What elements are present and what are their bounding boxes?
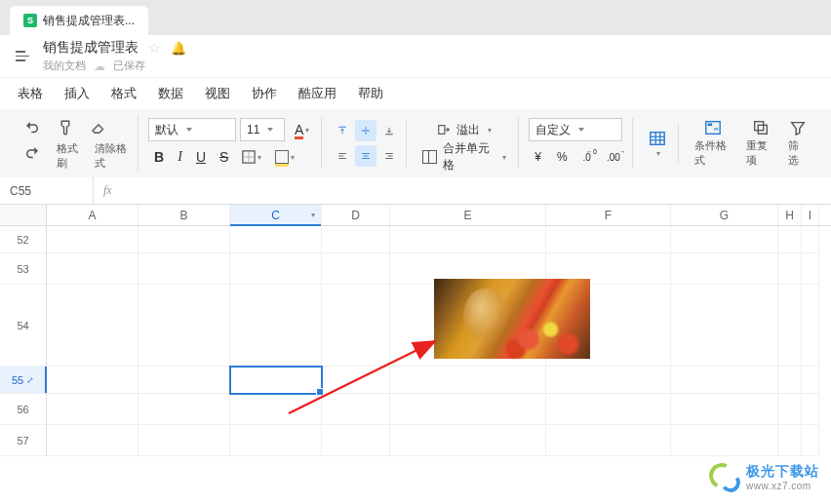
grid-cell[interactable] xyxy=(778,253,802,285)
row-header[interactable]: 54 xyxy=(0,285,47,367)
grid-cell[interactable] xyxy=(390,226,546,253)
font-color-button[interactable]: A ▾ xyxy=(289,118,315,141)
column-header[interactable]: E xyxy=(390,205,546,225)
column-header[interactable]: G xyxy=(671,205,778,225)
grid-cell[interactable] xyxy=(671,285,778,367)
column-header[interactable]: C▾ xyxy=(230,205,322,225)
menu-coolapp[interactable]: 酷应用 xyxy=(298,85,336,102)
currency-button[interactable]: ¥ xyxy=(529,145,547,169)
menu-toggle-icon[interactable] xyxy=(12,47,33,65)
grid-cell[interactable] xyxy=(390,367,546,394)
grid-cell[interactable] xyxy=(546,226,671,253)
grid-cell[interactable] xyxy=(671,367,778,394)
row-header[interactable]: 55⤢ xyxy=(0,367,47,394)
embedded-image[interactable] xyxy=(434,279,590,359)
valign-top-button[interactable] xyxy=(332,120,353,141)
bell-icon[interactable]: 🔔 xyxy=(171,41,186,56)
merge-cells-button[interactable]: 合并单元格 ▾ xyxy=(416,145,512,169)
overflow-button[interactable]: 溢出 ▾ xyxy=(416,118,512,141)
select-all-corner[interactable] xyxy=(0,205,47,225)
filter-button[interactable]: 筛选 xyxy=(782,115,813,172)
grid-cell[interactable] xyxy=(671,253,778,285)
grid-cell[interactable] xyxy=(47,394,138,425)
grid-cell[interactable] xyxy=(138,367,230,394)
decimal-inc-button[interactable]: .0←0 xyxy=(577,145,597,169)
grid-cell[interactable] xyxy=(230,425,322,456)
expand-row-icon[interactable]: ⤢ xyxy=(26,375,34,385)
menu-data[interactable]: 数据 xyxy=(158,85,183,102)
menu-view[interactable]: 视图 xyxy=(205,85,230,102)
number-format-select[interactable]: 自定义 xyxy=(529,118,622,141)
grid-cell[interactable] xyxy=(546,394,671,425)
grid-cell[interactable] xyxy=(322,285,390,367)
grid-cell[interactable] xyxy=(138,226,230,253)
grid-cell[interactable] xyxy=(230,226,322,253)
font-size-select[interactable]: 11 xyxy=(240,118,285,141)
menu-format[interactable]: 格式 xyxy=(111,85,137,102)
grid-cell[interactable] xyxy=(322,425,390,456)
grid-cell[interactable] xyxy=(322,226,390,253)
underline-button[interactable]: U xyxy=(190,145,212,169)
align-left-button[interactable] xyxy=(332,145,353,167)
grid-cell[interactable] xyxy=(778,394,802,425)
cell-reference-input[interactable]: C55 xyxy=(0,177,94,204)
redo-button[interactable] xyxy=(18,141,47,165)
grid-cell[interactable] xyxy=(322,367,390,394)
column-header[interactable]: F xyxy=(546,205,671,225)
grid-cell[interactable] xyxy=(802,367,819,394)
grid-cell[interactable] xyxy=(802,394,819,425)
grid-cell[interactable] xyxy=(138,285,230,367)
format-painter-button[interactable] xyxy=(51,116,80,139)
font-family-select[interactable]: 默认 xyxy=(148,118,236,141)
grid-cell[interactable] xyxy=(47,425,138,456)
breadcrumb[interactable]: 我的文档 xyxy=(43,58,86,73)
menu-help[interactable]: 帮助 xyxy=(358,85,383,102)
column-header[interactable]: I xyxy=(802,205,819,225)
grid-cell[interactable] xyxy=(802,253,819,285)
grid-cell[interactable] xyxy=(546,367,671,394)
row-header[interactable]: 57 xyxy=(0,425,47,456)
align-center-button[interactable] xyxy=(355,145,376,167)
grid-cell[interactable] xyxy=(47,367,138,394)
grid-cell[interactable] xyxy=(390,425,546,456)
grid-cell[interactable] xyxy=(47,226,138,253)
grid-cell[interactable] xyxy=(546,425,671,456)
bold-button[interactable]: B xyxy=(148,145,170,169)
border-button[interactable]: ▾ xyxy=(236,145,267,169)
grid-cell[interactable] xyxy=(802,425,819,456)
undo-button[interactable] xyxy=(18,116,47,139)
star-icon[interactable]: ☆ xyxy=(148,40,161,56)
grid-cell[interactable] xyxy=(778,367,802,394)
valign-mid-button[interactable] xyxy=(355,120,376,141)
grid-cell[interactable] xyxy=(138,394,230,425)
fx-icon[interactable]: fx xyxy=(94,183,122,198)
grid-cell[interactable] xyxy=(138,253,230,285)
grid-cell[interactable] xyxy=(230,367,322,394)
grid-cell[interactable] xyxy=(322,253,390,285)
menu-collab[interactable]: 协作 xyxy=(252,85,277,102)
column-header[interactable]: B xyxy=(138,205,230,225)
grid-cell[interactable] xyxy=(778,285,802,367)
grid-cell[interactable] xyxy=(778,425,802,456)
decimal-dec-button[interactable]: .00→ xyxy=(601,145,626,169)
grid-cell[interactable] xyxy=(778,226,802,253)
document-tab[interactable]: S 销售提成管理表... xyxy=(10,6,148,35)
grid-cell[interactable] xyxy=(802,285,819,367)
column-header[interactable]: D xyxy=(322,205,390,225)
column-dropdown-icon[interactable]: ▾ xyxy=(311,211,315,219)
grid-cell[interactable] xyxy=(671,425,778,456)
strike-button[interactable]: S xyxy=(214,145,234,169)
menu-table[interactable]: 表格 xyxy=(18,85,43,102)
fill-color-button[interactable]: ▾ xyxy=(269,145,300,169)
grid-cell[interactable] xyxy=(47,285,138,367)
grid-cell[interactable] xyxy=(671,394,778,425)
valign-bot-button[interactable] xyxy=(378,120,400,141)
grid-cell[interactable] xyxy=(230,285,322,367)
menu-insert[interactable]: 插入 xyxy=(64,85,90,102)
row-header[interactable]: 52 xyxy=(0,226,47,253)
row-header[interactable]: 53 xyxy=(0,253,47,285)
column-header[interactable]: A xyxy=(47,205,138,225)
clear-format-button[interactable] xyxy=(84,116,113,139)
grid-cell[interactable] xyxy=(230,253,322,285)
percent-button[interactable]: % xyxy=(551,145,574,169)
